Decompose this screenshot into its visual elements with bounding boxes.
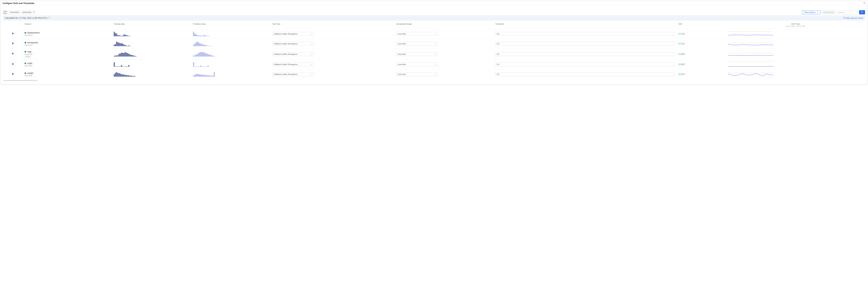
table-row: displacement Numerical Kullback-Leibler …	[3, 29, 865, 39]
trend-chart	[728, 51, 773, 57]
status-pass-icon	[25, 42, 26, 43]
other-actions-dropdown[interactable]: Other Actions	[802, 10, 820, 14]
bell-icon[interactable]	[12, 53, 14, 56]
trend-date-range: Jan 28, 2022 - Feb 03, 2022	[728, 25, 863, 27]
feature-name[interactable]: origin	[25, 62, 110, 65]
feature-type: Numerical	[25, 65, 110, 67]
trend-chart	[728, 71, 773, 77]
toolbar-left: Date Filter 01/28/2022 - 02/03/2022	[3, 10, 36, 14]
horizontal-scrollbar[interactable]	[3, 80, 865, 81]
bell-icon[interactable]	[12, 73, 14, 76]
calendar-icon	[33, 11, 35, 13]
data-used-for-check-link[interactable]: Data used for Check	[843, 17, 863, 19]
chevron-down-icon	[435, 43, 436, 45]
chevron-down-icon	[435, 63, 436, 65]
test-type-select[interactable]: Kullback-Leibler Divergence	[272, 62, 314, 66]
bell-icon[interactable]	[12, 43, 14, 45]
modal-titlebar: Configure Tests and Thresholds	[1, 1, 867, 6]
drift-value: 0.1131	[678, 42, 685, 45]
col-drift-trend: Drift Trend Jan 28, 2022 - Feb 03, 2022	[726, 21, 865, 29]
chevron-down-icon	[435, 53, 436, 55]
drift-value: 0.1131	[678, 33, 685, 35]
col-acceptable-range: Acceptable Range	[395, 21, 494, 29]
threshold-input[interactable]	[495, 72, 675, 76]
spark-chart	[114, 41, 190, 46]
drift-value: 0.0282	[678, 63, 685, 66]
trend-chart	[728, 41, 773, 47]
search-button[interactable]	[859, 10, 865, 14]
calculated-on-text: Calculated On: 17 Feb, 2022 | 6:38 PM (U…	[5, 17, 47, 19]
threshold-input[interactable]	[495, 62, 675, 66]
acceptable-range-select[interactable]: Less than	[396, 52, 438, 56]
threshold-input[interactable]	[495, 32, 675, 36]
status-pass-icon	[25, 32, 26, 34]
chevron-down-icon	[311, 33, 312, 35]
other-actions-label: Other Actions	[804, 11, 815, 13]
svg-point-1	[861, 11, 863, 12]
col-threshold: Threshold	[493, 21, 677, 29]
date-range-input[interactable]: 01/28/2022 - 02/03/2022	[8, 10, 36, 14]
drift-value: 0.1082	[678, 53, 685, 55]
sort-icon	[32, 23, 34, 25]
recalculate-button[interactable]: Recalculate	[822, 10, 836, 14]
feature-name[interactable]: mpg	[25, 50, 110, 53]
col-prediction: Prediction data	[191, 21, 271, 29]
table-header-row: Feature Training data Prediction data Te…	[3, 21, 865, 29]
status-pass-icon	[25, 72, 26, 74]
feature-type: Numerical	[25, 53, 110, 55]
svg-rect-0	[33, 12, 35, 13]
drift-value: 0.2373	[678, 73, 685, 75]
col-feature[interactable]: Feature	[23, 21, 112, 29]
test-type-select[interactable]: Kullback-Leibler Divergence	[272, 52, 314, 56]
test-type-select[interactable]: Kullback-Leibler Divergence	[272, 32, 314, 36]
bell-icon[interactable]	[12, 64, 14, 66]
table-row: origin Numerical Kullback-Leibler Diverg…	[3, 60, 865, 69]
modal-title: Configure Tests and Thresholds	[3, 2, 34, 4]
bell-icon[interactable]	[12, 33, 14, 35]
trend-chart	[728, 31, 773, 37]
feature-name[interactable]: horsepower	[25, 41, 110, 44]
spark-chart	[193, 62, 269, 67]
date-separator: -	[21, 11, 21, 13]
spark-chart	[193, 41, 269, 46]
modal-body: Date Filter 01/28/2022 - 02/03/2022 Othe…	[1, 6, 867, 84]
date-filter-label: Date Filter	[3, 10, 7, 14]
toolbar: Date Filter 01/28/2022 - 02/03/2022 Othe…	[3, 10, 865, 14]
chevron-down-icon	[311, 63, 312, 65]
threshold-input[interactable]	[495, 52, 675, 56]
data-used-text: Data used for Check	[846, 17, 863, 19]
test-type-select[interactable]: Kullback-Leibler Divergence	[272, 42, 314, 46]
feature-name[interactable]: displacement	[25, 32, 110, 34]
feature-name[interactable]: weight	[25, 72, 110, 74]
info-warning-icon[interactable]	[49, 16, 51, 19]
chevron-down-icon	[817, 11, 818, 13]
search-input[interactable]	[837, 10, 858, 14]
spark-chart	[193, 31, 269, 36]
chevron-down-icon	[311, 73, 312, 75]
chevron-down-icon	[311, 53, 312, 55]
test-type-select[interactable]: Kullback-Leibler Divergence	[272, 72, 314, 76]
feature-tag: Output	[25, 56, 31, 58]
info-icon	[843, 17, 845, 19]
date-from: 01/28/2022	[10, 11, 19, 13]
threshold-input[interactable]	[495, 42, 675, 46]
tests-table: Feature Training data Prediction data Te…	[3, 21, 865, 79]
toolbar-right: Other Actions Recalculate	[802, 10, 865, 14]
acceptable-range-select[interactable]: Less than	[396, 72, 438, 76]
calculated-on-banner: Calculated On: 17 Feb, 2022 | 6:38 PM (U…	[3, 15, 865, 21]
col-test-type: Test Type	[271, 21, 395, 29]
table-row: horsepower Numerical Kullback-Leibler Di…	[3, 39, 865, 49]
col-alert	[3, 21, 23, 29]
acceptable-range-select[interactable]: Less than	[396, 42, 438, 46]
spark-chart	[193, 72, 269, 77]
date-to: 02/03/2022	[22, 11, 32, 13]
acceptable-range-select[interactable]: Less than	[396, 32, 438, 36]
feature-type: Numerical	[25, 44, 110, 46]
acceptable-range-select[interactable]: Less than	[396, 62, 438, 66]
table-row: weight Numerical Kullback-Leibler Diverg…	[3, 69, 865, 79]
close-icon[interactable]	[863, 2, 865, 4]
spark-chart	[114, 52, 190, 57]
col-drift: Drift	[677, 21, 726, 29]
status-pass-icon	[25, 62, 26, 64]
chevron-down-icon	[435, 33, 436, 35]
